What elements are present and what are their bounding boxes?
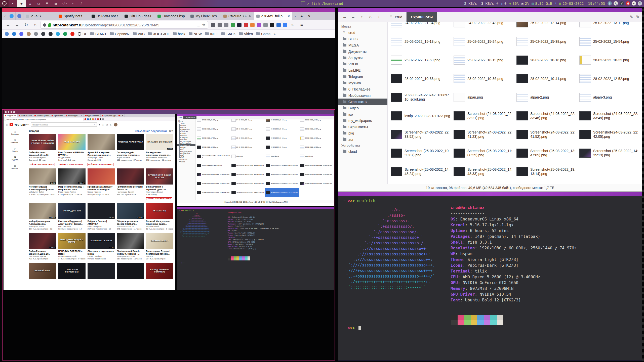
home-icon[interactable]: ⌂ bbox=[31, 21, 39, 28]
file-item[interactable]: 24-02-2022_22-43.png bbox=[452, 22, 515, 32]
sidebar-item-BLOG[interactable]: BLOG bbox=[338, 36, 387, 42]
sidebar-item-Загрузки[interactable]: Загрузки bbox=[338, 55, 387, 61]
file-item[interactable]: ksnip_20220323-130133.png bbox=[196, 161, 231, 170]
workspace-browser[interactable]: ◉ bbox=[17, 0, 26, 7]
yt-video-card[interactable]: ВОЙНА, день 29/2Разгром в Бердянске | Ар… bbox=[58, 203, 85, 230]
sidebar-item-Telegram[interactable]: Telegram bbox=[177, 136, 195, 138]
sidebar-item-MEGA[interactable]: MEGA bbox=[177, 126, 195, 128]
sidebar-item-Музыка[interactable]: Музыка bbox=[338, 80, 387, 86]
url-input[interactable]: https://tenkoff.ru/uploads/images/00/00/… bbox=[41, 21, 208, 29]
sidebar-item-iso[interactable]: iso bbox=[177, 148, 195, 150]
file-item[interactable]: ksnip_20220323-130133.png bbox=[389, 107, 452, 125]
firefox-titlebar[interactable] bbox=[2, 8, 335, 12]
file-item[interactable]: Screenshot-(24-03-2022_22:33:46).png bbox=[265, 161, 299, 170]
container-icon[interactable] bbox=[276, 23, 281, 27]
yt-video-card[interactable]: 2:14:47Deep Feelings Mix 2022 | Deep Hou… bbox=[58, 168, 85, 200]
sidebar-item-LinLIFE[interactable]: LinLIFE bbox=[338, 67, 387, 73]
new-tab-button[interactable]: + bbox=[298, 12, 305, 20]
yt-video-card[interactable]: В СЛЕДСТВЕННОМ КОМИТЕТЕ bbox=[146, 263, 173, 279]
mastodon-bookmark-icon[interactable] bbox=[5, 32, 9, 36]
yt-bell-icon[interactable]: Δ bbox=[110, 123, 111, 126]
workspace-terminal[interactable]: >_ bbox=[9, 0, 17, 7]
sidebar-item-Изображения[interactable]: Изображения bbox=[177, 142, 195, 144]
fm-tab[interactable]: crud bbox=[386, 12, 407, 22]
workspace-music[interactable]: ♪ bbox=[77, 0, 86, 7]
telegram-bookmark-icon[interactable] bbox=[56, 32, 60, 36]
sidebar-item-Загрузки[interactable]: Загрузки bbox=[177, 130, 195, 132]
sidebar-item-aur[interactable]: aur bbox=[177, 156, 195, 158]
bookmark-item[interactable]: DL bbox=[78, 32, 87, 36]
image-viewer-window[interactable]: ПодпискиNEXTA LiveМинобороныЛукашенкВики… bbox=[2, 109, 335, 360]
yt-sidebar-item[interactable]: ▷Shorts bbox=[4, 147, 27, 152]
workspace-keys[interactable]: ✶ bbox=[68, 0, 77, 7]
sidebar-item-aur[interactable]: aur bbox=[338, 136, 387, 143]
dtf-bookmark-icon[interactable] bbox=[63, 32, 67, 36]
library-icon[interactable] bbox=[224, 23, 228, 27]
file-item[interactable]: Screenshot-(24-03-2022_22:33:52).png bbox=[389, 125, 452, 144]
file-item[interactable]: 25-02-2022_15-13.png bbox=[196, 124, 231, 133]
file-item[interactable]: Screenshot-(24-03-2022_22:33:21).png bbox=[231, 161, 265, 170]
bookmark-item[interactable]: ХОСТИНГ bbox=[148, 32, 170, 36]
file-item[interactable]: 25-02-2022_12-14.png bbox=[265, 119, 299, 124]
file-item[interactable]: alpari-3.png bbox=[578, 88, 641, 107]
avatar-bookmark-icon[interactable] bbox=[27, 32, 31, 36]
browser-tab[interactable]: My Linux Des bbox=[188, 12, 221, 20]
mega-tray-icon[interactable]: M bbox=[626, 1, 630, 6]
workspace-window[interactable]: ▢ bbox=[34, 0, 43, 7]
file-item[interactable]: Screenshot-(25-03-2022_14:48:24).png bbox=[389, 162, 452, 181]
file-item[interactable]: Screenshot-(25-03-2022_13:47:05).png bbox=[265, 179, 299, 188]
sidebar-item-my_wallpapers[interactable]: my_wallpapers bbox=[177, 150, 195, 152]
file-item[interactable]: Screenshot-(25-03-2022_14:35:13).png bbox=[299, 179, 334, 188]
browser-tab[interactable]: Сменил XF⊘ bbox=[221, 12, 254, 20]
tab-scroll-right-icon[interactable]: › bbox=[292, 12, 298, 20]
sidebar-item-LinLIFE[interactable]: LinLIFE bbox=[177, 134, 195, 136]
bookmark-item[interactable]: Cams bbox=[256, 32, 270, 36]
file-item[interactable]: Screenshot-(25-03-2022_19:13:14).png bbox=[515, 162, 578, 181]
mini-browser-tab[interactable]: Лукашенк bbox=[50, 114, 64, 117]
sidebar-item-VBOX[interactable]: VBOX bbox=[338, 61, 387, 67]
yt-video-card[interactable]: 1:59:53Война России с Украиной. День 29.… bbox=[29, 233, 56, 260]
file-item[interactable]: 25-02-2022_15-38.png bbox=[265, 124, 299, 133]
mini-fm-tab[interactable]: Скриншоты bbox=[183, 116, 196, 119]
sidebar-item-Изображения[interactable]: Изображения bbox=[338, 92, 387, 99]
browser-tab[interactable]: Spotify not f bbox=[56, 12, 89, 20]
sidebar-item-iso[interactable]: iso bbox=[338, 111, 387, 117]
fm-back-icon[interactable]: ← bbox=[341, 13, 348, 20]
file-item[interactable]: Screenshot-(24-03-2022_22:33:49).png bbox=[578, 107, 641, 125]
yt-menu-icon[interactable]: ≡ bbox=[6, 123, 8, 126]
fm-file-grid[interactable]: 24-02-2022_21-34.png24-02-2022_22-43.png… bbox=[388, 22, 642, 184]
mini-browser-tab[interactable]: NEXTA Live bbox=[17, 114, 33, 117]
sidebar-item-Скринкасты[interactable]: Скринкасты bbox=[177, 152, 195, 154]
sidebar-item-crud[interactable]: crud bbox=[177, 122, 195, 124]
fm-home-icon[interactable]: ⌂ bbox=[367, 13, 374, 20]
menu-icon[interactable]: ≡ bbox=[298, 21, 305, 28]
file-item[interactable]: Screenshot-(24-03-2022_22:41:23).png bbox=[452, 125, 515, 144]
mini-browser-tab[interactable]: Википедия — с bbox=[64, 114, 84, 117]
file-item[interactable]: Screenshot-(24-03-2022_22:42:05).png bbox=[578, 125, 641, 144]
browser-tab[interactable]: How does bsp bbox=[155, 12, 188, 20]
browser-tab[interactable]: GitHub - dasJ bbox=[122, 12, 155, 20]
file-item[interactable]: 25-02-2022_13-11.png bbox=[299, 119, 334, 124]
bookmark-item[interactable]: Сервисы bbox=[110, 32, 130, 36]
file-item[interactable]: 28-02-2022_10-41.png bbox=[265, 143, 299, 152]
discord-bookmark-icon[interactable] bbox=[19, 32, 23, 36]
file-item[interactable]: Screenshot-(24-03-2022_22:41:52).png bbox=[515, 125, 578, 144]
yt-video-card[interactable]: ОКРЕСТНОСТИ КИЕВА22:27Обстрелы в окрестн… bbox=[88, 233, 115, 260]
eye-bookmark-icon[interactable] bbox=[41, 32, 45, 36]
file-item[interactable]: 28-02-2022_10-33.png bbox=[389, 69, 452, 88]
yt-logo[interactable]: YouTubeRU bbox=[10, 123, 29, 126]
translate-icon[interactable] bbox=[231, 23, 235, 27]
sidebar-item-0_Последнее[interactable]: 0_Последнее bbox=[177, 140, 195, 142]
file-item[interactable]: 28-02-2022_10-33.png bbox=[196, 143, 231, 152]
file-item[interactable]: 28-02-2022_10-41.png bbox=[515, 69, 578, 88]
file-item[interactable]: Screenshot-(24-03-2022_22:41:23).png bbox=[231, 170, 265, 179]
pinned-telegram[interactable] bbox=[8, 12, 16, 20]
file-item[interactable]: Screenshot-(24-03-2022_22:33:21).png bbox=[452, 107, 515, 125]
yt-video-card[interactable]: СЛОМАН ЗАБОР?Было-сервис Лукдро + постоя… bbox=[146, 233, 173, 260]
file-item[interactable]: 25-02-2022_15-24.png bbox=[452, 32, 515, 51]
bookmark-star-icon[interactable]: ☆ bbox=[202, 23, 206, 27]
bookmark-item[interactable]: Video bbox=[239, 32, 253, 36]
tab-muted-icon[interactable]: ⊘ bbox=[249, 15, 251, 18]
yt-sidebar-item[interactable]: ⌂Главная bbox=[4, 130, 27, 135]
bookmarks-overflow-icon[interactable]: » bbox=[274, 32, 276, 36]
